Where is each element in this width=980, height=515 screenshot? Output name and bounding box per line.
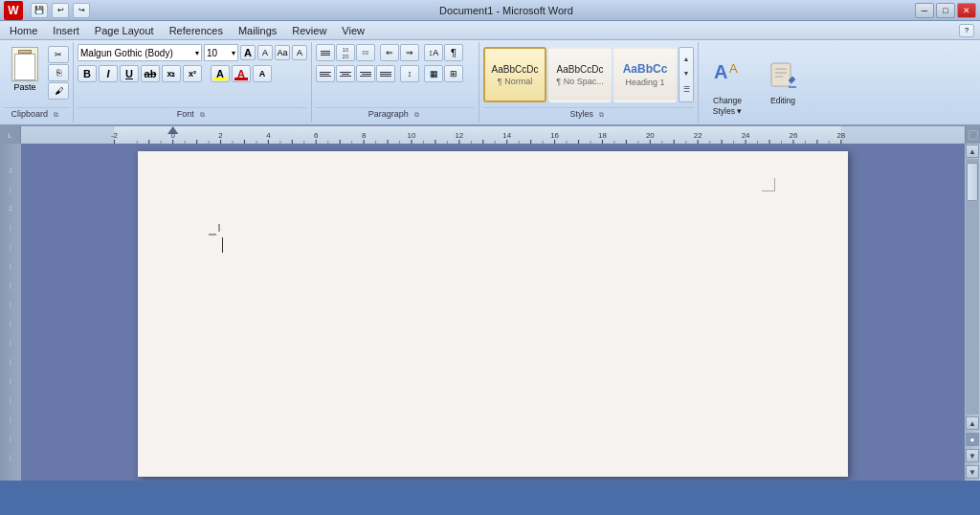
svg-text:28: 28 — [836, 131, 845, 139]
prev-page-btn[interactable]: ▲ — [966, 416, 979, 430]
svg-text:10: 10 — [408, 131, 416, 139]
change-styles-icon: A A — [710, 54, 745, 96]
superscript-button[interactable]: x² — [183, 65, 202, 82]
svg-marker-87 — [167, 126, 178, 134]
numbering-btn[interactable]: 1≡ 2≡ — [336, 44, 355, 61]
scroll-track[interactable] — [966, 159, 979, 414]
menu-item-mailings[interactable]: Mailings — [231, 23, 284, 38]
close-btn[interactable]: ✕ — [957, 3, 976, 18]
ruler-corner[interactable]: L — [0, 126, 21, 144]
svg-text:|: | — [10, 243, 11, 251]
font-size-select[interactable]: 10 ▾ — [204, 44, 238, 61]
bullets-btn[interactable] — [316, 44, 335, 61]
style-heading1-btn[interactable]: AaBbCc Heading 1 — [613, 47, 677, 102]
font-name-select[interactable]: Malgun Gothic (Body) ▾ — [78, 44, 202, 61]
menu-bar: Home Insert Page Layout References Maili… — [0, 21, 980, 40]
style-nospace-btn[interactable]: AaBbCcDc ¶ No Spac... — [548, 47, 612, 102]
copy-button[interactable]: ⎘ — [48, 64, 69, 81]
align-right-btn[interactable] — [356, 65, 375, 82]
quick-undo-btn[interactable]: ↩ — [52, 3, 69, 18]
style-h1-preview: AaBbCc — [623, 62, 668, 76]
svg-text:16: 16 — [550, 131, 559, 139]
justify-btn[interactable] — [376, 65, 395, 82]
change-case-btn[interactable]: Aa — [275, 45, 290, 60]
borders-btn[interactable]: ⊞ — [444, 65, 463, 82]
quick-redo-btn[interactable]: ↪ — [73, 3, 90, 18]
menu-item-view[interactable]: View — [334, 23, 372, 38]
ribbon-main: Paste ✂ ⎘ 🖌 Clipboard ⧉ Malgun Gothic (B… — [0, 40, 980, 124]
ruler-right-btn[interactable] — [965, 126, 980, 144]
increase-indent-btn[interactable]: ⇒ — [400, 44, 419, 61]
italic-button[interactable]: I — [99, 65, 118, 82]
select-browse-btn[interactable]: ● — [966, 433, 979, 446]
styles-group: AaBbCcDc ¶ Normal AaBbCcDc ¶ No Spac... … — [479, 42, 699, 123]
menu-item-references[interactable]: References — [162, 23, 231, 38]
paragraph-label: Paragraph ⧉ — [316, 107, 475, 121]
styles-scroll-btn[interactable]: ▲ ▼ ☰ — [679, 47, 694, 102]
svg-text:|: | — [10, 186, 11, 193]
svg-text:|: | — [10, 396, 11, 404]
paragraph-expand-btn[interactable]: ⧉ — [411, 110, 422, 120]
font-shrink-btn[interactable]: A — [257, 45, 273, 60]
svg-text:|: | — [10, 281, 11, 289]
menu-item-home[interactable]: Home — [2, 23, 45, 38]
style-normal-btn[interactable]: AaBbCcDc ¶ Normal — [483, 47, 546, 102]
clear-format-btn[interactable]: A — [292, 45, 307, 60]
para-row1: 1≡ 2≡ ≡≡ ⇐ ⇒ ↕A ¶ — [316, 44, 475, 61]
document-page[interactable] — [138, 151, 848, 477]
cut-button[interactable]: ✂ — [48, 46, 69, 63]
line-spacing-btn[interactable]: ↕ — [400, 65, 419, 82]
svg-text:A: A — [729, 61, 738, 76]
document-scroll-area[interactable] — [21, 144, 965, 481]
font-expand-btn[interactable]: ⧉ — [196, 110, 208, 120]
maximize-btn[interactable]: □ — [936, 3, 955, 18]
clipboard-expand-btn[interactable]: ⧉ — [51, 110, 62, 120]
svg-text:14: 14 — [502, 131, 511, 139]
style-heading1-label: Heading 1 — [625, 78, 664, 87]
text-highlight-btn[interactable]: A — [211, 65, 230, 82]
text-effect-btn[interactable]: A — [253, 65, 272, 82]
subscript-button[interactable]: x₂ — [162, 65, 181, 82]
underline-button[interactable]: U — [120, 65, 139, 82]
clipboard-group: Paste ✂ ⎘ 🖌 Clipboard ⧉ — [0, 42, 74, 123]
scroll-up-btn[interactable]: ▲ — [966, 145, 979, 158]
clipboard-label: Clipboard ⧉ — [4, 107, 69, 121]
svg-text:-2: -2 — [111, 131, 118, 139]
svg-text:|: | — [10, 454, 11, 461]
menu-item-review[interactable]: Review — [284, 23, 334, 38]
align-left-btn[interactable] — [316, 65, 335, 82]
format-painter-button[interactable]: 🖌 — [48, 82, 69, 100]
svg-text:6: 6 — [314, 131, 318, 139]
font-name-row: Malgun Gothic (Body) ▾ 10 ▾ A A Aa A — [78, 44, 307, 61]
help-btn[interactable]: ? — [959, 24, 974, 37]
para-row2: ↕ ▦ ⊞ — [316, 65, 475, 82]
strikethrough-button[interactable]: ab — [141, 65, 160, 82]
menu-item-insert[interactable]: Insert — [45, 23, 87, 38]
scroll-down-btn[interactable]: ▼ — [966, 465, 979, 479]
ruler-content[interactable]: -2 0 2 4 — [21, 126, 965, 144]
minimize-btn[interactable]: ─ — [915, 3, 934, 18]
menu-item-page-layout[interactable]: Page Layout — [87, 23, 162, 38]
show-marks-btn[interactable]: ¶ — [444, 44, 463, 61]
styles-content: AaBbCcDc ¶ Normal AaBbCcDc ¶ No Spac... … — [483, 44, 694, 105]
paste-button[interactable]: Paste — [4, 44, 46, 95]
scroll-thumb[interactable] — [967, 163, 978, 201]
center-btn[interactable] — [336, 65, 355, 82]
bold-button[interactable]: B — [78, 65, 97, 82]
change-styles-button[interactable]: A A ChangeStyles ▾ — [701, 50, 754, 121]
editing-button[interactable]: Editing — [758, 50, 808, 109]
styles-expand-btn[interactable]: ⧉ — [596, 110, 608, 120]
svg-text:8: 8 — [362, 131, 366, 139]
quick-save-btn[interactable]: 💾 — [31, 3, 48, 18]
app-logo: W — [4, 1, 23, 20]
decrease-indent-btn[interactable]: ⇐ — [380, 44, 399, 61]
next-page-btn[interactable]: ▼ — [966, 449, 979, 462]
font-color-btn[interactable]: A — [232, 65, 251, 82]
sort-btn[interactable]: ↕A — [424, 44, 443, 61]
multilevel-list-btn[interactable]: ≡≡ — [356, 44, 375, 61]
shading-btn[interactable]: ▦ — [424, 65, 443, 82]
svg-text:|: | — [10, 358, 11, 366]
svg-text:12: 12 — [455, 131, 463, 139]
font-grow-btn[interactable]: A — [240, 45, 256, 60]
view-ruler-icon — [969, 130, 978, 140]
